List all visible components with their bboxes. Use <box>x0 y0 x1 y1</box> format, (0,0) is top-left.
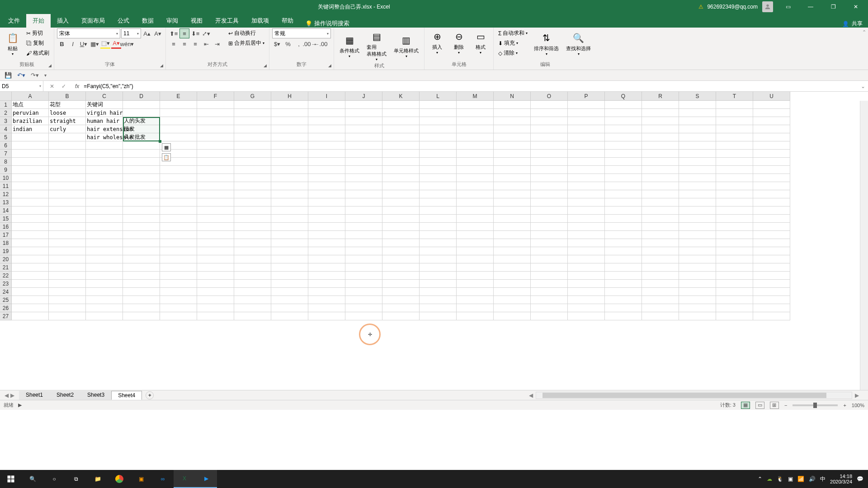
col-header[interactable]: F <box>197 92 234 101</box>
cell[interactable] <box>457 288 494 296</box>
cell[interactable] <box>308 117 345 125</box>
start-button[interactable] <box>0 470 22 488</box>
cell[interactable] <box>494 150 531 158</box>
cell[interactable] <box>382 312 420 320</box>
cell[interactable] <box>382 141 420 150</box>
cell[interactable] <box>12 198 49 206</box>
cell[interactable] <box>12 304 49 312</box>
cell[interactable] <box>86 166 123 174</box>
row-header[interactable]: 24 <box>0 288 12 296</box>
cell[interactable] <box>271 101 308 109</box>
col-header[interactable]: K <box>382 92 420 101</box>
cell[interactable] <box>234 141 271 150</box>
cell[interactable] <box>679 117 716 125</box>
cell[interactable] <box>271 239 308 247</box>
cell[interactable] <box>716 174 753 182</box>
hscroll-next-icon[interactable]: ▶ <box>855 392 859 399</box>
cell[interactable] <box>420 239 457 247</box>
col-header[interactable]: O <box>531 92 568 101</box>
cell[interactable] <box>197 255 234 263</box>
cell[interactable] <box>86 239 123 247</box>
cell[interactable] <box>457 190 494 198</box>
cell[interactable] <box>420 117 457 125</box>
insert-cells-button[interactable]: ⊕插入▾ <box>427 28 447 56</box>
cell[interactable] <box>753 158 790 166</box>
cell[interactable] <box>716 247 753 255</box>
sheet-tab[interactable]: Sheet1 <box>19 391 50 400</box>
cell[interactable] <box>308 125 345 133</box>
cell[interactable] <box>382 109 420 117</box>
cell[interactable] <box>605 166 642 174</box>
sheet-tab[interactable]: Sheet3 <box>80 391 111 400</box>
merge-button[interactable]: ⊞合并后居中▾ <box>226 38 266 48</box>
cell[interactable] <box>420 223 457 231</box>
cell[interactable] <box>568 280 605 288</box>
cell[interactable] <box>197 312 234 320</box>
cell[interactable] <box>271 247 308 255</box>
cell[interactable] <box>420 215 457 223</box>
format-cells-button[interactable]: ▭格式▾ <box>471 28 491 56</box>
cell[interactable] <box>345 174 382 182</box>
cell[interactable] <box>197 247 234 255</box>
vertical-scrollbar[interactable] <box>860 101 868 390</box>
launcher-icon[interactable]: ◢ <box>47 62 53 69</box>
bold-button[interactable]: B <box>57 39 67 49</box>
cell[interactable] <box>123 223 160 231</box>
cell[interactable] <box>345 272 382 280</box>
cell[interactable] <box>86 304 123 312</box>
cell[interactable] <box>160 166 197 174</box>
cell[interactable] <box>234 223 271 231</box>
row-header[interactable]: 8 <box>0 158 12 166</box>
cell[interactable] <box>271 312 308 320</box>
cell[interactable] <box>716 312 753 320</box>
cell[interactable] <box>345 206 382 215</box>
cell[interactable] <box>494 133 531 141</box>
cell[interactable] <box>642 141 679 150</box>
cell[interactable] <box>345 255 382 263</box>
cell[interactable]: 头发批发 <box>123 133 160 141</box>
cell[interactable] <box>160 263 197 272</box>
cell[interactable] <box>308 166 345 174</box>
cell[interactable] <box>160 239 197 247</box>
cell[interactable]: hair extension <box>86 125 123 133</box>
sheet-tab[interactable]: Sheet2 <box>50 391 80 400</box>
shrink-font-button[interactable]: A▾ <box>153 28 163 38</box>
cell[interactable] <box>494 190 531 198</box>
cell[interactable] <box>308 304 345 312</box>
cell[interactable] <box>123 272 160 280</box>
cell[interactable] <box>457 304 494 312</box>
cell[interactable] <box>494 280 531 288</box>
cell[interactable] <box>716 133 753 141</box>
hscroll-prev-icon[interactable]: ◀ <box>529 392 533 399</box>
cell[interactable] <box>679 272 716 280</box>
cell[interactable] <box>494 125 531 133</box>
cell[interactable] <box>12 280 49 288</box>
cell[interactable] <box>716 223 753 231</box>
cell[interactable] <box>531 280 568 288</box>
cell[interactable] <box>49 141 86 150</box>
clear-button[interactable]: ◇清除▾ <box>496 48 529 58</box>
cell[interactable] <box>679 109 716 117</box>
col-header[interactable]: B <box>49 92 86 101</box>
cell[interactable] <box>12 158 49 166</box>
cell[interactable] <box>716 198 753 206</box>
cell[interactable] <box>308 223 345 231</box>
cell[interactable] <box>345 198 382 206</box>
row-header[interactable]: 10 <box>0 174 12 182</box>
cell[interactable] <box>160 182 197 190</box>
cell[interactable] <box>494 255 531 263</box>
cell[interactable] <box>716 215 753 223</box>
col-header[interactable]: L <box>420 92 457 101</box>
normal-view-button[interactable]: ▦ <box>741 402 750 409</box>
cell[interactable] <box>457 215 494 223</box>
autofill-options-icon[interactable]: ▦ <box>162 143 171 151</box>
indent-inc-button[interactable]: ⇥ <box>212 39 222 49</box>
cell[interactable] <box>568 166 605 174</box>
wifi-icon[interactable]: 📶 <box>797 476 804 482</box>
cell[interactable] <box>49 272 86 280</box>
cell[interactable] <box>753 166 790 174</box>
cell[interactable] <box>605 182 642 190</box>
cell[interactable] <box>753 272 790 280</box>
cell[interactable] <box>420 101 457 109</box>
cell[interactable] <box>420 182 457 190</box>
